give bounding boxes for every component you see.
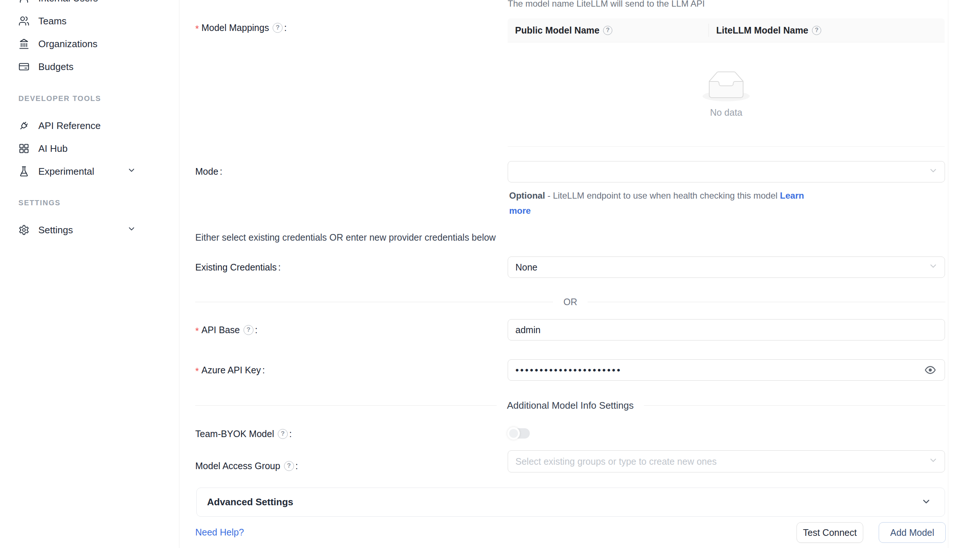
- sidebar-item-label: Organizations: [38, 38, 97, 50]
- model-mappings-table: Public Model Name ? LiteLLM Model Name ?: [508, 18, 945, 147]
- help-icon[interactable]: ?: [812, 26, 821, 35]
- column-litellm-model-name: LiteLLM Model Name ?: [709, 25, 945, 36]
- sidebar-section-settings: SETTINGS: [0, 195, 179, 210]
- mode-label: Mode :: [195, 165, 223, 178]
- azure-api-key-input-wrap: [508, 359, 945, 381]
- table-empty-state: No data: [508, 42, 945, 147]
- grid-icon: [18, 143, 29, 154]
- sidebar-item-label: Teams: [38, 16, 67, 27]
- table-header: Public Model Name ? LiteLLM Model Name ?: [508, 18, 945, 42]
- or-divider: OR: [195, 295, 945, 309]
- help-icon[interactable]: ?: [243, 325, 253, 335]
- required-mark: *: [195, 364, 199, 377]
- api-base-input[interactable]: [508, 319, 945, 341]
- flask-icon: [18, 166, 29, 177]
- add-model-form: The model name LiteLLM will send to the …: [180, 0, 980, 548]
- sidebar-item-label: Settings: [38, 225, 73, 236]
- test-connect-button[interactable]: Test Connect: [797, 522, 863, 543]
- sidebar-nav: Internal Users Teams Organizations Budge…: [0, 0, 179, 241]
- model-access-group-select-wrap: Select existing groups or type to create…: [508, 450, 945, 472]
- azure-api-key-label: * Azure API Key :: [195, 363, 265, 377]
- eye-icon[interactable]: [923, 363, 938, 378]
- advanced-settings-label: Advanced Settings: [207, 496, 921, 508]
- help-icon[interactable]: ?: [284, 461, 294, 471]
- credentials-note: Either select existing credentials OR en…: [195, 232, 496, 243]
- model-access-group-select[interactable]: Select existing groups or type to create…: [508, 450, 945, 472]
- sidebar-item-settings[interactable]: Settings: [0, 218, 179, 241]
- existing-credentials-select[interactable]: None: [508, 256, 945, 278]
- chevron-down-icon: [127, 225, 136, 236]
- chevron-down-icon: [921, 496, 931, 508]
- credit-card-icon: [18, 61, 29, 72]
- users-icon: [18, 16, 29, 27]
- sidebar: Internal Users Teams Organizations Budge…: [0, 0, 180, 548]
- no-data-text: No data: [710, 107, 742, 118]
- add-model-button[interactable]: Add Model: [879, 522, 946, 543]
- selected-value: None: [515, 262, 538, 273]
- mode-help-text: Optional - LiteLLM endpoint to use when …: [509, 188, 821, 218]
- chevron-down-icon: [928, 456, 938, 467]
- empty-inbox-icon: [703, 71, 750, 101]
- chevron-down-icon: [928, 261, 938, 273]
- chevron-down-icon: [127, 166, 136, 177]
- model-mappings-label: * Model Mappings ? :: [195, 21, 286, 34]
- required-mark: *: [195, 21, 199, 34]
- scroll-area-divider: [948, 0, 948, 548]
- help-icon[interactable]: ?: [278, 429, 288, 439]
- plug-icon: [18, 120, 29, 131]
- gear-icon: [18, 225, 29, 236]
- column-public-model-name: Public Model Name ?: [508, 25, 708, 36]
- api-base-input-wrap: [508, 319, 945, 341]
- sidebar-item-teams[interactable]: Teams: [0, 10, 179, 32]
- existing-credentials-select-wrap: None: [508, 256, 945, 278]
- bank-icon: [18, 38, 29, 49]
- need-help-link[interactable]: Need Help?: [195, 527, 244, 538]
- chevron-down-icon: [928, 166, 938, 178]
- toggle-knob: [508, 427, 520, 440]
- advanced-settings-panel[interactable]: Advanced Settings: [196, 487, 945, 517]
- sidebar-item-label: Budgets: [38, 61, 73, 73]
- sidebar-section-developer-tools: DEVELOPER TOOLS: [0, 91, 179, 106]
- sidebar-item-api-reference[interactable]: API Reference: [0, 114, 179, 137]
- sidebar-item-experimental[interactable]: Experimental: [0, 160, 179, 183]
- help-icon[interactable]: ?: [603, 26, 612, 35]
- api-base-label: * API Base ? :: [195, 323, 258, 336]
- user-icon: [18, 0, 29, 4]
- team-byok-label: Team-BYOK Model ? :: [195, 427, 292, 440]
- sidebar-item-budgets[interactable]: Budgets: [0, 55, 179, 78]
- model-name-help-text: The model name LiteLLM will send to the …: [508, 0, 705, 9]
- sidebar-item-label: Experimental: [38, 166, 94, 177]
- sidebar-item-internal-users[interactable]: Internal Users: [0, 0, 179, 10]
- required-mark: *: [195, 323, 199, 336]
- help-icon[interactable]: ?: [273, 23, 283, 33]
- sidebar-item-label: AI Hub: [38, 143, 68, 155]
- azure-api-key-input[interactable]: [508, 359, 945, 381]
- sidebar-item-label: API Reference: [38, 120, 100, 132]
- sidebar-item-organizations[interactable]: Organizations: [0, 32, 179, 55]
- additional-info-text: Additional Model Info Settings: [507, 400, 634, 411]
- model-access-group-label: Model Access Group ? :: [195, 459, 298, 472]
- team-byok-toggle[interactable]: [508, 428, 530, 438]
- or-text: OR: [563, 297, 578, 307]
- sidebar-item-ai-hub[interactable]: AI Hub: [0, 137, 179, 160]
- select-placeholder: Select existing groups or type to create…: [515, 456, 717, 467]
- mode-select[interactable]: [508, 161, 945, 182]
- sidebar-item-label: Internal Users: [38, 0, 98, 4]
- existing-credentials-label: Existing Credentials :: [195, 261, 281, 274]
- additional-info-divider: Additional Model Info Settings: [195, 398, 945, 413]
- mode-select-wrap: [508, 161, 945, 182]
